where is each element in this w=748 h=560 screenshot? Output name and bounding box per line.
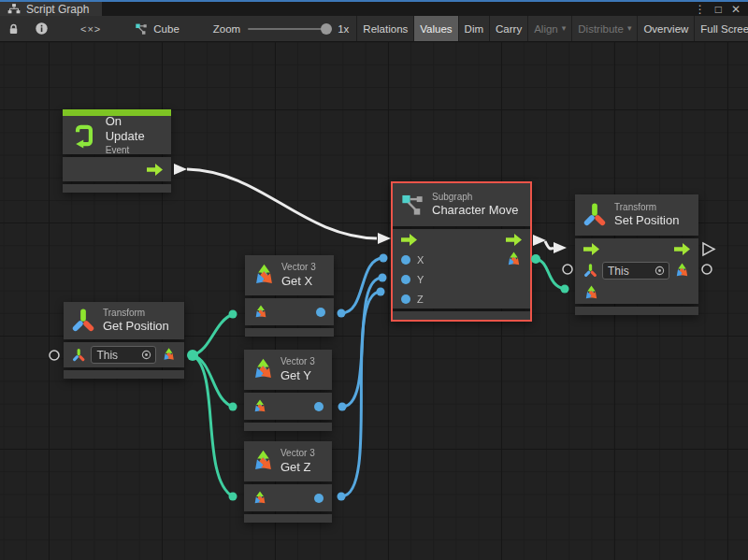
wire-getposition-to-getx[interactable] <box>193 314 233 355</box>
vector3-output-port[interactable] <box>506 251 522 267</box>
unconnected-input-port[interactable] <box>50 351 59 360</box>
wire-charactermove-to-setposition-vector[interactable] <box>536 259 565 289</box>
carry-button[interactable]: Carry <box>489 16 527 41</box>
float-output-port[interactable] <box>316 308 325 317</box>
titlebar: Script Graph ⋮ □ ✕ <box>0 0 748 16</box>
node-get-position[interactable]: Transform Get Position This <box>64 302 184 379</box>
vector3-icon <box>252 358 275 381</box>
close-icon[interactable]: ✕ <box>731 4 741 15</box>
zoom-control: Zoom 1x <box>206 16 357 41</box>
graph-canvas[interactable]: On Update Event Transform Get Position <box>0 42 748 560</box>
node-character-move[interactable]: Subgraph Character Move X Y <box>393 183 530 320</box>
lock-button[interactable] <box>0 16 27 41</box>
vector3-icon <box>252 450 275 473</box>
zoom-slider[interactable] <box>248 28 330 30</box>
object-picker-icon[interactable] <box>654 266 665 276</box>
node-type-label: Transform <box>614 202 679 214</box>
cube-graph-icon <box>135 22 148 36</box>
node-header[interactable]: Vector 3 Get Z <box>244 441 332 481</box>
script-graph-window: Script Graph ⋮ □ ✕ <×> <box>0 0 748 560</box>
float-input-port[interactable] <box>401 255 410 265</box>
exec-output-port[interactable] <box>147 164 163 176</box>
wire-endpoint <box>338 309 346 318</box>
vector3-input-port[interactable] <box>252 399 267 414</box>
maximize-icon[interactable]: □ <box>715 4 722 15</box>
unconnected-output-port[interactable] <box>702 265 712 274</box>
align-button[interactable]: Align ▾ <box>527 16 571 41</box>
transform-input-port[interactable] <box>583 264 597 278</box>
values-button[interactable]: Values <box>413 16 457 41</box>
relations-button[interactable]: Relations <box>356 16 413 41</box>
target-label: Cube <box>153 23 180 35</box>
object-picker-icon[interactable] <box>141 350 151 360</box>
vector3-input-port[interactable] <box>583 285 599 301</box>
node-on-update[interactable]: On Update Event <box>63 109 171 193</box>
distribute-button[interactable]: Distribute ▾ <box>571 16 637 41</box>
float-input-port[interactable] <box>401 294 410 304</box>
field-value: This <box>96 349 118 362</box>
wire-gety-to-y[interactable] <box>342 278 382 407</box>
node-footer <box>393 311 530 320</box>
inspect-button[interactable] <box>27 16 56 41</box>
transform-icon <box>71 309 95 333</box>
tab-title: Script Graph <box>26 3 89 16</box>
node-footer <box>64 370 184 379</box>
node-footer <box>245 328 334 337</box>
vector3-input-port[interactable] <box>253 305 268 320</box>
node-title: Get Z <box>280 460 315 475</box>
wire-getposition-to-getz[interactable] <box>193 355 233 496</box>
port-label-x: X <box>417 254 424 266</box>
node-header[interactable]: Vector 3 Get X <box>245 255 334 295</box>
unconnected-input-port[interactable] <box>563 265 572 274</box>
float-output-port[interactable] <box>314 494 324 503</box>
wire-onupdate-to-charactermove[interactable] <box>187 169 377 238</box>
menu-icon[interactable]: ⋮ <box>695 4 706 15</box>
node-header[interactable]: Subgraph Character Move <box>393 183 530 226</box>
wire-getposition-to-gety[interactable] <box>193 355 233 407</box>
fullscreen-button[interactable]: Full Screen <box>694 16 748 41</box>
wire-endpoint <box>561 285 569 294</box>
wire-endpoint <box>377 288 385 296</box>
node-title: On Update <box>106 114 164 145</box>
wire-charactermove-to-setposition[interactable] <box>545 241 554 249</box>
code-view-button[interactable]: <×> <box>56 16 125 41</box>
zoom-slider-handle[interactable] <box>321 23 332 35</box>
node-body: This <box>575 238 698 304</box>
this-object-field[interactable]: This <box>91 346 155 364</box>
vector3-input-port[interactable] <box>252 491 267 506</box>
node-title: Set Position <box>614 213 679 228</box>
exec-input-port[interactable] <box>401 234 417 246</box>
node-type-label: Subgraph <box>432 192 518 204</box>
node-get-x[interactable]: Vector 3 Get X <box>245 255 334 337</box>
vector3-output-port[interactable] <box>674 263 690 279</box>
wire-getx-to-x[interactable] <box>341 258 383 313</box>
zoom-label: Zoom <box>213 23 240 35</box>
tab-script-graph[interactable]: Script Graph <box>0 2 102 16</box>
exec-output-port[interactable] <box>674 243 690 255</box>
wire-endpoint <box>379 274 387 282</box>
node-get-y[interactable]: Vector 3 Get Y <box>244 350 332 431</box>
transform-input-port[interactable] <box>72 348 85 363</box>
code-icon: <×> <box>80 23 101 35</box>
node-type-label: Vector 3 <box>281 262 316 274</box>
unconnected-exec-output-port[interactable] <box>703 243 714 255</box>
this-object-field[interactable]: This <box>602 262 669 280</box>
float-output-port[interactable] <box>314 402 324 411</box>
exec-output-port[interactable] <box>506 234 522 246</box>
wire-endpoint <box>531 254 540 264</box>
node-get-z[interactable]: Vector 3 Get Z <box>244 441 332 523</box>
node-header[interactable]: Transform Set Position <box>575 194 698 236</box>
node-set-position[interactable]: Transform Set Position This <box>575 194 698 315</box>
node-header[interactable]: Transform Get Position <box>64 302 184 339</box>
node-header[interactable]: On Update Event <box>63 116 171 154</box>
node-body: X Y Z <box>393 229 530 309</box>
overview-button[interactable]: Overview <box>637 16 694 41</box>
exec-input-port[interactable] <box>583 243 599 255</box>
wire-endpoint <box>187 350 198 361</box>
vector3-output-port[interactable] <box>162 347 176 363</box>
wire-getz-to-z[interactable] <box>341 292 381 496</box>
float-input-port[interactable] <box>401 275 410 284</box>
dim-button[interactable]: Dim <box>458 16 489 41</box>
node-header[interactable]: Vector 3 Get Y <box>244 350 332 390</box>
graph-target[interactable]: Cube <box>125 16 189 41</box>
